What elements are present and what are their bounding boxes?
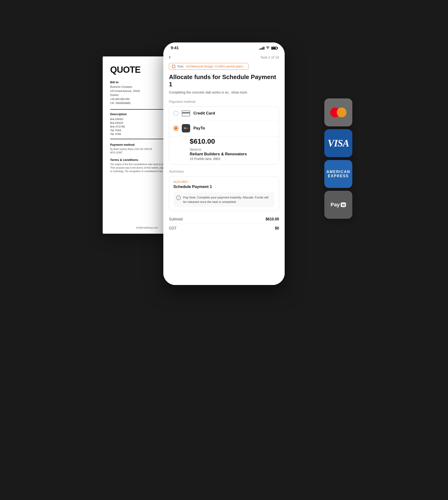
status-time: 9:41 bbox=[171, 46, 179, 50]
credit-card-option[interactable]: Credit Card bbox=[169, 107, 279, 120]
svg-point-0 bbox=[267, 48, 268, 49]
item-name: Tile TH54 bbox=[110, 129, 121, 132]
recipient-address: 15 Pueblo lane, 8901 bbox=[190, 157, 275, 161]
recipient-name: Reliant Builders & Renovators bbox=[190, 152, 275, 156]
payment-method-card: Credit Card to ◉ PayTo bbox=[169, 106, 279, 165]
back-button[interactable]: ‹ bbox=[169, 54, 171, 60]
summary-card: #123-4567 Schedule Payment 1 i Pay Now: … bbox=[169, 176, 279, 211]
mc-circle-orange bbox=[337, 108, 347, 117]
gst-value: $0 bbox=[275, 226, 279, 230]
amex-logo: AMERICAN EXPRESS bbox=[326, 170, 350, 178]
payment-cards: VISA AMERICAN EXPRESS Pay to ⃝ bbox=[324, 98, 352, 219]
phone-inner: 9:41 bbox=[163, 42, 285, 285]
gst-label: GST bbox=[169, 226, 177, 230]
summary-section-label: Summary bbox=[169, 169, 279, 173]
item-name: Tile YF89 bbox=[110, 133, 121, 136]
nav-bar: ‹ Task 2 of 16 bbox=[163, 52, 285, 63]
mastercard-logo bbox=[330, 108, 347, 117]
battery-icon bbox=[271, 47, 277, 50]
status-icons bbox=[259, 46, 277, 50]
task-tag[interactable]: Task: Architectural Design: Confirm perm… bbox=[169, 63, 249, 70]
visa-logo: VISA bbox=[328, 138, 349, 149]
info-icon: i bbox=[176, 195, 181, 200]
send-to-label: Send to: bbox=[190, 148, 275, 151]
signal-icon bbox=[259, 47, 264, 50]
show-more-link[interactable]: show more bbox=[231, 91, 247, 94]
payment-method-section-label: Payment method bbox=[169, 100, 279, 104]
phone-frame: 9:41 bbox=[163, 42, 285, 285]
payto-option[interactable]: to ◉ PayTo bbox=[169, 120, 279, 136]
credit-card-icon bbox=[182, 110, 190, 116]
invoice-number: #123-4567 bbox=[173, 180, 275, 184]
credit-card-radio[interactable] bbox=[173, 111, 178, 116]
item-name: Brik XTG789 bbox=[110, 125, 125, 128]
page-description: Completing the concrete slab works is an… bbox=[169, 90, 279, 95]
payto-badge: to ⃝ bbox=[341, 203, 346, 207]
task-tag-name: Architectural Design: Confirm permit pla… bbox=[186, 65, 245, 68]
gst-row: GST $0 bbox=[169, 224, 279, 233]
payto-radio[interactable] bbox=[173, 126, 178, 131]
payment-schedule-name: Schedule Payment 1 bbox=[173, 185, 275, 189]
visa-card: VISA bbox=[324, 129, 352, 157]
payto-card: Pay to ⃝ bbox=[324, 191, 352, 219]
credit-card-label: Credit Card bbox=[193, 111, 215, 116]
info-text: Pay Now: Complete your payment instantly… bbox=[183, 195, 272, 204]
subtotal-label: Subtotal bbox=[169, 217, 183, 221]
task-tag-prefix: Task: bbox=[177, 65, 184, 68]
payto-label: PayTo bbox=[193, 126, 205, 131]
scene: QUOTE Bill to Business Company 123 Grand… bbox=[96, 29, 352, 471]
payto-small-icon: to ◉ bbox=[182, 124, 190, 132]
payto-logo: Pay to ⃝ bbox=[331, 202, 346, 208]
item-name: Brik EK629 bbox=[110, 122, 123, 124]
task-counter: Task 2 of 16 bbox=[260, 55, 279, 59]
page-title: Allocate funds for Schedule Payment 1 bbox=[169, 74, 279, 88]
subtotal-value: $610.00 bbox=[266, 217, 279, 221]
status-bar: 9:41 bbox=[163, 42, 285, 52]
subtotal-row: Subtotal $610.00 bbox=[169, 215, 279, 224]
payto-expanded: $610.00 Send to: Reliant Builders & Reno… bbox=[186, 136, 279, 164]
info-box: i Pay Now: Complete your payment instant… bbox=[173, 192, 275, 207]
task-tag-icon bbox=[172, 65, 175, 68]
wifi-icon bbox=[266, 46, 270, 50]
item-name: Brik DR453 bbox=[110, 118, 123, 121]
payto-amount: $610.00 bbox=[190, 137, 275, 145]
content-area[interactable]: Task: Architectural Design: Confirm perm… bbox=[163, 63, 285, 285]
amex-card: AMERICAN EXPRESS bbox=[324, 160, 352, 188]
mastercard-card bbox=[324, 98, 352, 126]
